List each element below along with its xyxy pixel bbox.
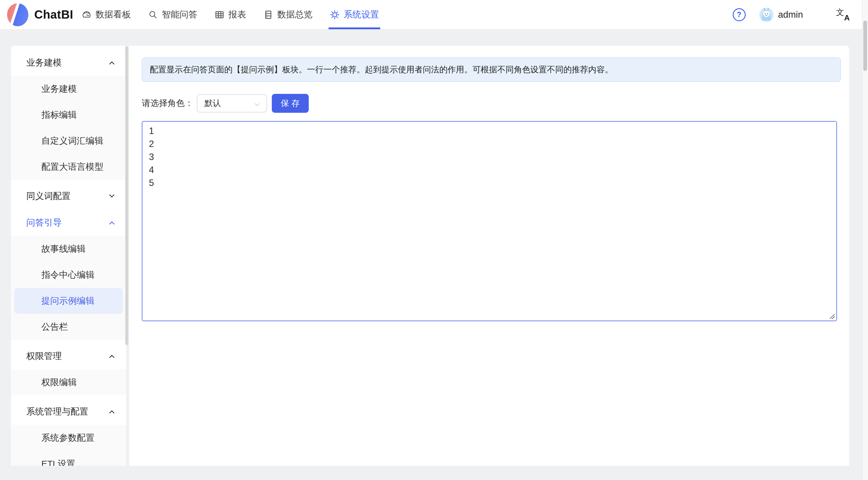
nav-item-label: 报表 bbox=[228, 8, 246, 21]
nav-item-data-overview[interactable]: 数据总览 bbox=[263, 0, 313, 29]
sidebar-group-label: 问答引导 bbox=[26, 217, 62, 229]
header-right: ? admin 文 A bbox=[733, 0, 868, 29]
chevron-up-icon bbox=[109, 221, 114, 227]
translate-zh-glyph: 文 bbox=[836, 7, 844, 18]
sidebar-item-announcement-board[interactable]: 公告栏 bbox=[14, 314, 123, 340]
chevron-up-icon bbox=[109, 354, 114, 360]
sidebar-group-system-mgmt-config[interactable]: 系统管理与配置 bbox=[11, 398, 126, 425]
nav-item-label: 系统设置 bbox=[344, 8, 379, 21]
help-icon[interactable]: ? bbox=[733, 8, 746, 21]
sidebar-group-label: 同义词配置 bbox=[26, 190, 71, 202]
dashboard-gauge-icon bbox=[82, 10, 92, 20]
user-name[interactable]: admin bbox=[778, 9, 803, 20]
question-examples-textarea[interactable]: 1 2 3 4 5 bbox=[142, 121, 837, 321]
sidebar-item-business-modeling[interactable]: 业务建模 bbox=[14, 76, 123, 102]
role-select-label: 请选择角色： bbox=[142, 97, 193, 109]
sidebar-group-label: 系统管理与配置 bbox=[26, 406, 88, 418]
nav-item-label: 数据看板 bbox=[95, 8, 131, 21]
chatbi-logo-icon bbox=[7, 3, 28, 26]
info-banner: 配置显示在问答页面的【提问示例】板块。一行一个推荐。起到提示使用者问法的作用。可… bbox=[142, 58, 841, 82]
sidebar-item-label: 指标编辑 bbox=[41, 109, 77, 121]
window-scrollbar-track[interactable] bbox=[862, 0, 868, 480]
settings-sidebar: 业务建模 业务建模 指标编辑 自定义词汇编辑 配置大语言模型 同义词配置 问答引… bbox=[11, 46, 126, 466]
chevron-up-icon bbox=[109, 410, 114, 415]
sidebar-item-label: 故事线编辑 bbox=[41, 243, 86, 255]
sidebar-item-label: 公告栏 bbox=[41, 321, 68, 333]
brand[interactable]: ChatBI bbox=[0, 0, 73, 29]
sidebar-item-label: 自定义词汇编辑 bbox=[41, 135, 103, 147]
sidebar-subgroup: 故事线编辑 指令中心编辑 提问示例编辑 公告栏 bbox=[11, 236, 126, 340]
role-select-value: 默认 bbox=[205, 98, 221, 109]
search-icon bbox=[148, 10, 158, 20]
sidebar-group-label: 权限管理 bbox=[26, 350, 62, 362]
sidebar-item-system-param-config[interactable]: 系统参数配置 bbox=[14, 425, 123, 451]
role-select-dropdown[interactable]: 默认 bbox=[197, 94, 267, 112]
sidebar-item-label: 系统参数配置 bbox=[41, 432, 95, 444]
main-nav: 数据看板 智能问答 报表 bbox=[82, 0, 379, 29]
nav-item-dashboard[interactable]: 数据看板 bbox=[82, 0, 131, 29]
sidebar-subgroup: 权限编辑 bbox=[11, 369, 126, 395]
chevron-up-icon bbox=[109, 61, 114, 66]
sidebar-item-label: ETL设置 bbox=[41, 458, 75, 466]
active-tab-underline bbox=[329, 28, 380, 29]
chevron-down-icon bbox=[255, 101, 260, 106]
sidebar-group-permission-mgmt[interactable]: 权限管理 bbox=[11, 343, 126, 369]
sidebar-item-metric-edit[interactable]: 指标编辑 bbox=[14, 102, 123, 128]
sidebar-subgroup: 系统参数配置 ETL设置 bbox=[11, 425, 126, 466]
data-overview-icon bbox=[263, 10, 273, 20]
nav-item-reports[interactable]: 报表 bbox=[215, 0, 246, 29]
sidebar-item-label: 权限编辑 bbox=[41, 376, 77, 388]
sidebar-group-synonym-config[interactable]: 同义词配置 bbox=[11, 183, 126, 209]
save-button[interactable]: 保 存 bbox=[272, 94, 309, 113]
top-nav-bar: ChatBI 数据看板 智能问答 bbox=[0, 0, 868, 30]
question-example-editor-panel: 配置显示在问答页面的【提问示例】板块。一行一个推荐。起到提示使用者问法的作用。可… bbox=[129, 46, 849, 466]
sidebar-group-business-modeling[interactable]: 业务建模 bbox=[11, 49, 126, 76]
brand-name: ChatBI bbox=[34, 8, 73, 21]
table-icon bbox=[215, 10, 224, 20]
sidebar-item-label: 业务建模 bbox=[41, 83, 77, 95]
sidebar-item-storyline-edit[interactable]: 故事线编辑 bbox=[14, 236, 123, 262]
nav-item-label: 智能问答 bbox=[162, 8, 197, 21]
translate-icon[interactable]: 文 A bbox=[836, 8, 850, 21]
sidebar-item-llm-config[interactable]: 配置大语言模型 bbox=[14, 154, 123, 180]
avatar[interactable] bbox=[759, 8, 773, 22]
gear-icon bbox=[330, 10, 340, 20]
avatar-mascot-image bbox=[759, 8, 773, 22]
role-selector-row: 请选择角色： 默认 保 存 bbox=[142, 94, 309, 113]
sidebar-item-label: 指令中心编辑 bbox=[41, 269, 95, 281]
sidebar-item-permission-edit[interactable]: 权限编辑 bbox=[14, 369, 123, 395]
app-window: ChatBI 数据看板 智能问答 bbox=[0, 0, 868, 480]
sidebar-item-command-center-edit[interactable]: 指令中心编辑 bbox=[14, 262, 123, 288]
sidebar-scrollbar-thumb[interactable] bbox=[125, 46, 128, 345]
sidebar-item-etl-settings[interactable]: ETL设置 bbox=[14, 451, 123, 466]
resize-handle-icon[interactable] bbox=[829, 313, 836, 320]
sidebar-subgroup: 业务建模 指标编辑 自定义词汇编辑 配置大语言模型 bbox=[11, 76, 126, 180]
sidebar-group-qa-guidance[interactable]: 问答引导 bbox=[11, 209, 126, 236]
chevron-down-icon bbox=[109, 192, 114, 198]
sidebar-item-label: 配置大语言模型 bbox=[41, 161, 103, 173]
nav-item-system-settings[interactable]: 系统设置 bbox=[330, 0, 379, 29]
window-scrollbar-thumb[interactable] bbox=[863, 21, 867, 71]
sidebar-item-question-example-edit[interactable]: 提问示例编辑 bbox=[14, 288, 123, 314]
sidebar-item-custom-vocab-edit[interactable]: 自定义词汇编辑 bbox=[14, 128, 123, 154]
nav-item-smart-qa[interactable]: 智能问答 bbox=[148, 0, 197, 29]
question-examples-area: 1 2 3 4 5 bbox=[142, 121, 837, 321]
info-banner-text: 配置显示在问答页面的【提问示例】板块。一行一个推荐。起到提示使用者问法的作用。可… bbox=[150, 64, 613, 75]
sidebar-item-label: 提问示例编辑 bbox=[41, 295, 95, 307]
nav-item-label: 数据总览 bbox=[277, 8, 313, 21]
sidebar-group-label: 业务建模 bbox=[26, 57, 62, 69]
translate-en-glyph: A bbox=[844, 13, 850, 23]
